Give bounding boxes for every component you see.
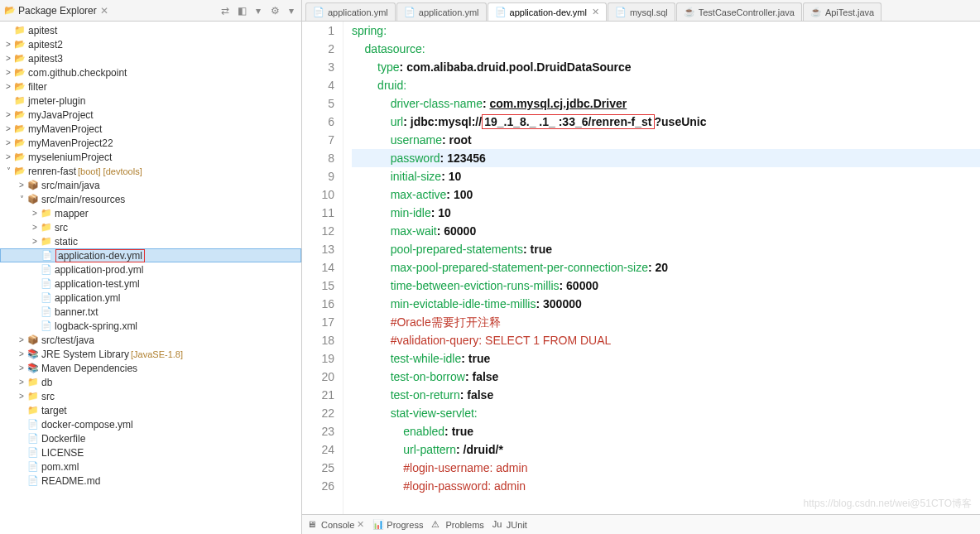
code-line-21[interactable]: test-on-return: false xyxy=(352,386,980,404)
tree-twisty[interactable]: > xyxy=(3,54,13,63)
project-tree[interactable]: 📁apitest>📂apitest2>📂apitest3>📂com.github… xyxy=(0,22,301,534)
tree-item-application-prod-yml[interactable]: 📄application-prod.yml xyxy=(0,262,301,277)
tree-twisty[interactable]: > xyxy=(3,68,13,77)
code-line-11[interactable]: min-idle: 10 xyxy=(352,204,980,222)
code-line-8[interactable]: password: 123456 xyxy=(352,149,980,167)
tree-item-myjavaproject[interactable]: >📂myJavaProject xyxy=(0,108,301,122)
bottom-tab-problems[interactable]: ⚠Problems xyxy=(431,519,483,531)
tree-item-target[interactable]: 📁target xyxy=(0,403,301,417)
editor-tab-3[interactable]: 📄mysql.sql xyxy=(608,2,675,21)
tree-item-myseleniumproject[interactable]: >📂myseleniumProject xyxy=(0,150,301,164)
code-line-2[interactable]: datasource: xyxy=(352,40,980,58)
tree-item-dockerfile[interactable]: 📄Dockerfile xyxy=(0,431,301,445)
tree-item-jre-system-library[interactable]: >📚JRE System Library [JavaSE-1.8] xyxy=(0,347,301,361)
code-line-4[interactable]: druid: xyxy=(352,76,980,94)
bottom-tab-progress[interactable]: 📊Progress xyxy=(372,519,423,531)
tree-item-pom-xml[interactable]: 📄pom.xml xyxy=(0,459,301,474)
code-line-1[interactable]: spring: xyxy=(352,22,980,40)
tab-close-icon[interactable]: ✕ xyxy=(592,7,599,17)
tree-twisty[interactable]: > xyxy=(30,223,40,232)
tree-item-application-yml[interactable]: 📄application.yml xyxy=(0,291,301,305)
tree-twisty[interactable]: > xyxy=(17,349,26,358)
tree-item-src[interactable]: >📁src xyxy=(0,389,301,403)
editor-tab-1[interactable]: 📄application.yml xyxy=(396,2,487,21)
tree-item-src-main-resources[interactable]: ˅📦src/main/resources xyxy=(0,192,301,206)
tree-item-mymavenproject22[interactable]: >📂myMavenProject22 xyxy=(0,136,301,150)
tree-twisty[interactable]: > xyxy=(30,209,40,218)
tree-twisty[interactable]: > xyxy=(17,378,26,387)
sidebar-tool-1[interactable]: ◧ xyxy=(235,4,248,17)
line-number: 20 xyxy=(302,368,334,386)
tree-item-application-dev-yml[interactable]: 📄application-dev.yml xyxy=(0,248,301,262)
sidebar-tool-0[interactable]: ⇄ xyxy=(219,4,232,17)
tree-item-src-test-java[interactable]: >📦src/test/java xyxy=(0,333,301,347)
tree-item-filter[interactable]: >📂filter xyxy=(0,79,301,94)
editor-tab-4[interactable]: ☕TestCaseController.java xyxy=(676,2,802,21)
tree-item-readme-md[interactable]: 📄README.md xyxy=(0,474,301,488)
tree-item-apitest2[interactable]: >📂apitest2 xyxy=(0,37,301,51)
sidebar-close-icon[interactable]: ✕ xyxy=(100,5,108,17)
tree-twisty[interactable]: ˅ xyxy=(17,195,26,204)
tree-item-db[interactable]: >📁db xyxy=(0,375,301,389)
sidebar-tool-4[interactable]: ▾ xyxy=(285,4,298,17)
sidebar-tool-2[interactable]: ▾ xyxy=(252,4,265,17)
code-line-7[interactable]: username: root xyxy=(352,131,980,149)
tree-twisty[interactable]: ˅ xyxy=(3,166,13,176)
tree-twisty[interactable]: > xyxy=(3,40,13,49)
code-line-24[interactable]: url-pattern: /druid/* xyxy=(352,440,980,459)
code-line-10[interactable]: max-active: 100 xyxy=(352,185,980,204)
tree-twisty[interactable]: > xyxy=(17,392,26,401)
code-line-5[interactable]: driver-class-name: com.mysql.cj.jdbc.Dri… xyxy=(352,94,980,113)
tree-item-mymavenproject[interactable]: >📂myMavenProject xyxy=(0,122,301,136)
tree-item-src[interactable]: >📁src xyxy=(0,220,301,234)
tree-item-maven-dependencies[interactable]: >📚Maven Dependencies xyxy=(0,361,301,375)
tree-item-apitest3[interactable]: >📂apitest3 xyxy=(0,51,301,65)
tree-twisty[interactable]: > xyxy=(3,124,13,133)
tree-item-docker-compose-yml[interactable]: 📄docker-compose.yml xyxy=(0,417,301,431)
tree-item-logback-spring-xml[interactable]: 📄logback-spring.xml xyxy=(0,319,301,333)
tree-item-src-main-java[interactable]: >📦src/main/java xyxy=(0,178,301,192)
code-line-6[interactable]: url: jdbc:mysql://19_.1_8._ .1_ :33_6/re… xyxy=(352,113,980,131)
bottom-tab-console[interactable]: 🖥Console ✕ xyxy=(307,519,364,531)
tree-item-jmeter-plugin[interactable]: 📁jmeter-plugin xyxy=(0,94,301,108)
tree-twisty[interactable]: > xyxy=(3,152,13,161)
code-line-13[interactable]: pool-prepared-statements: true xyxy=(352,240,980,258)
code-content[interactable]: spring: datasource: type: com.alibaba.dr… xyxy=(343,22,980,514)
code-line-23[interactable]: enabled: true xyxy=(352,422,980,440)
tree-item-renren-fast[interactable]: ˅📂renren-fast [boot] [devtools] xyxy=(0,164,301,178)
tree-twisty[interactable]: > xyxy=(3,138,13,147)
tree-item-static[interactable]: >📁static xyxy=(0,234,301,248)
code-line-14[interactable]: max-pool-prepared-statement-per-connecti… xyxy=(352,258,980,277)
code-line-3[interactable]: type: com.alibaba.druid.pool.DruidDataSo… xyxy=(352,58,980,76)
code-line-26[interactable]: #login-password: admin xyxy=(352,477,980,495)
tree-item-license[interactable]: 📄LICENSE xyxy=(0,445,301,459)
tree-twisty[interactable]: > xyxy=(17,180,26,190)
editor-tab-0[interactable]: 📄application.yml xyxy=(305,2,396,21)
tree-item-com-github-checkpoint[interactable]: >📂com.github.checkpoint xyxy=(0,65,301,79)
code-line-17[interactable]: #Oracle需要打开注释 xyxy=(352,313,980,331)
code-line-12[interactable]: max-wait: 60000 xyxy=(352,222,980,240)
code-line-9[interactable]: initial-size: 10 xyxy=(352,167,980,185)
tree-twisty[interactable]: > xyxy=(17,335,26,344)
code-line-16[interactable]: min-evictable-idle-time-millis: 300000 xyxy=(352,295,980,313)
code-line-20[interactable]: test-on-borrow: false xyxy=(352,368,980,386)
bottom-tab-junit[interactable]: JuJUnit xyxy=(492,519,527,531)
code-editor[interactable]: 1234567891011121314151617181920212223242… xyxy=(302,22,980,514)
tree-item-banner-txt[interactable]: 📄banner.txt xyxy=(0,305,301,319)
code-line-19[interactable]: test-while-idle: true xyxy=(352,349,980,368)
tree-twisty[interactable]: > xyxy=(30,237,40,246)
sidebar-tool-3[interactable]: ⚙ xyxy=(268,4,281,17)
code-line-15[interactable]: time-between-eviction-runs-millis: 60000 xyxy=(352,277,980,295)
tree-twisty[interactable]: > xyxy=(17,363,26,373)
tree-item-mapper[interactable]: >📁mapper xyxy=(0,206,301,220)
tree-twisty[interactable]: > xyxy=(3,82,13,91)
editor-tab-2[interactable]: 📄application-dev.yml✕ xyxy=(488,2,607,21)
code-line-18[interactable]: #validation-query: SELECT 1 FROM DUAL xyxy=(352,331,980,349)
bottom-tab-close-icon[interactable]: ✕ xyxy=(357,519,364,530)
code-line-25[interactable]: #login-username: admin xyxy=(352,459,980,477)
editor-tab-5[interactable]: ☕ApiTest.java xyxy=(803,2,882,21)
tree-item-application-test-yml[interactable]: 📄application-test.yml xyxy=(0,277,301,291)
code-line-22[interactable]: stat-view-servlet: xyxy=(352,404,980,422)
tree-item-apitest[interactable]: 📁apitest xyxy=(0,23,301,37)
tree-twisty[interactable]: > xyxy=(3,110,13,119)
